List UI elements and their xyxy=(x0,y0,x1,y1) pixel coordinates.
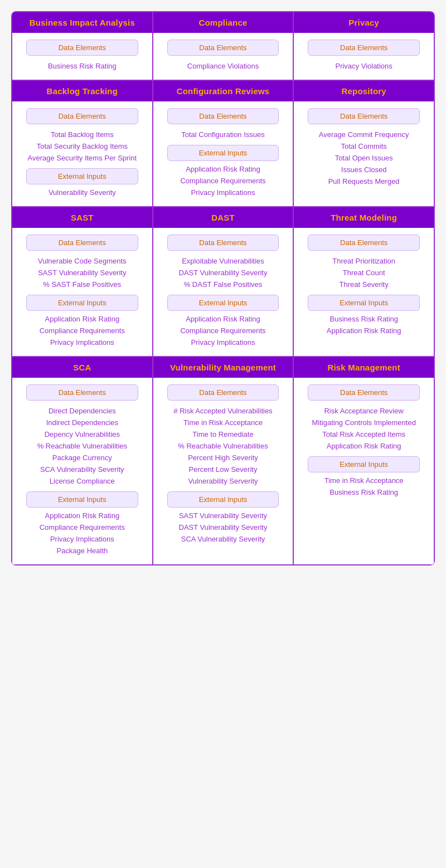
external-inputs-badge: External Inputs xyxy=(26,168,138,184)
list-item: SAST Vulnerability Severity xyxy=(153,510,293,521)
list-item: Threat Count xyxy=(294,267,434,279)
list-item: Application Risk Rating xyxy=(294,440,434,452)
list-item: Privacy Implications xyxy=(153,187,293,198)
cell-configuration-reviews: Configuration ReviewsData ElementsTotal … xyxy=(153,80,294,207)
list-item: Threat Prioritization xyxy=(294,255,434,267)
list-item: Time to Remediate xyxy=(153,428,293,440)
list-item: Total Security Backlog Items xyxy=(12,140,152,152)
list-item: SCA Vulnerability Severity xyxy=(153,533,293,545)
list-item: Application Risk Rating xyxy=(12,510,152,521)
list-item: Percent High Severity xyxy=(153,452,293,464)
cell-dast: DASTData ElementsExploitable Vulnerabili… xyxy=(153,207,294,357)
list-item: License Compliance xyxy=(12,475,152,487)
list-item: DAST Vulnerability Severity xyxy=(153,521,293,533)
external-inputs-badge: External Inputs xyxy=(308,456,420,472)
header-compliance: Compliance xyxy=(153,12,293,33)
list-item: % Reachable Vulnerabilities xyxy=(12,440,152,452)
data-elements-badge: Data Elements xyxy=(26,384,138,401)
list-item: Compliance Requirements xyxy=(153,175,293,187)
external-inputs-badge: External Inputs xyxy=(308,295,420,311)
list-item: Direct Dependencies xyxy=(12,405,152,417)
list-item: Total Risk Accepted Items xyxy=(294,428,434,440)
list-item: Indirect Dependencies xyxy=(12,417,152,428)
list-item: Business Risk Rating xyxy=(294,313,434,325)
data-elements-badge: Data Elements xyxy=(167,384,279,401)
header-business-impact-analysis: Business Impact Analysis xyxy=(12,12,152,33)
list-item: % Reachable Vulnerabilities xyxy=(153,440,293,452)
list-item: Application Risk Rating xyxy=(153,313,293,325)
list-item: Compliance Violations xyxy=(153,60,293,72)
list-item: Percent Low Severity xyxy=(153,464,293,475)
list-item: Application Risk Rating xyxy=(294,325,434,337)
cell-sca: SCAData ElementsDirect DependenciesIndir… xyxy=(12,357,153,565)
list-item: % SAST False Positives xyxy=(12,279,152,290)
list-item: Issues Closed xyxy=(294,164,434,175)
list-item: Package Currency xyxy=(12,452,152,464)
list-item: Vulnerability Severity xyxy=(12,187,152,198)
list-item: SCA Vulnerability Severity xyxy=(12,464,152,475)
data-elements-badge: Data Elements xyxy=(167,108,279,124)
list-item: # Risk Accepted Vulnerabilities xyxy=(153,405,293,417)
cell-threat-modeling: Threat ModelingData ElementsThreat Prior… xyxy=(293,207,434,357)
external-inputs-badge: External Inputs xyxy=(167,491,279,508)
cell-privacy: PrivacyData ElementsPrivacy Violations xyxy=(293,12,434,80)
header-risk-management: Risk Management xyxy=(294,357,434,378)
list-item: Compliance Requirements xyxy=(12,521,152,533)
list-item: Privacy Implications xyxy=(12,533,152,545)
list-item: Privacy Violations xyxy=(294,60,434,72)
data-elements-badge: Data Elements xyxy=(308,235,420,251)
list-item: Total Open Issues xyxy=(294,152,434,164)
list-item: Privacy Implications xyxy=(12,337,152,348)
header-vulnerability-management: Vulnerability Management xyxy=(153,357,293,378)
list-item: Business Risk Rating xyxy=(294,486,434,498)
cell-backlog-tracking: Backlog TrackingData ElementsTotal Backl… xyxy=(12,80,153,207)
cell-vulnerability-management: Vulnerability ManagementData Elements# R… xyxy=(153,357,294,565)
header-configuration-reviews: Configuration Reviews xyxy=(153,81,293,101)
list-item: Compliance Requirements xyxy=(153,325,293,337)
header-threat-modeling: Threat Modeling xyxy=(294,207,434,228)
data-elements-badge: Data Elements xyxy=(167,235,279,251)
header-privacy: Privacy xyxy=(294,12,434,33)
list-item: DAST Vulnerability Severity xyxy=(153,267,293,279)
list-item: Vulnerable Code Segments xyxy=(12,255,152,267)
cell-business-impact-analysis: Business Impact AnalysisData ElementsBus… xyxy=(12,12,153,80)
header-backlog-tracking: Backlog Tracking xyxy=(12,81,152,101)
list-item: Risk Acceptance Review xyxy=(294,405,434,417)
list-item: Time in Risk Acceptance xyxy=(294,475,434,486)
external-inputs-badge: External Inputs xyxy=(167,145,279,161)
data-elements-badge: Data Elements xyxy=(167,40,279,56)
header-sca: SCA xyxy=(12,357,152,378)
cell-risk-management: Risk ManagementData ElementsRisk Accepta… xyxy=(293,357,434,565)
list-item: % DAST False Positives xyxy=(153,279,293,290)
list-item: Total Commits xyxy=(294,140,434,152)
data-elements-badge: Data Elements xyxy=(26,235,138,251)
data-elements-badge: Data Elements xyxy=(308,40,420,56)
list-item: Depency Vulnerabilities xyxy=(12,428,152,440)
list-item: Total Backlog Items xyxy=(12,129,152,140)
main-grid: Business Impact AnalysisData ElementsBus… xyxy=(11,11,435,565)
data-elements-badge: Data Elements xyxy=(26,40,138,56)
list-item: Pull Requests Merged xyxy=(294,175,434,187)
list-item: Average Security Items Per Sprint xyxy=(12,152,152,164)
list-item: SAST Vulnerability Severity xyxy=(12,267,152,279)
cell-sast: SASTData ElementsVulnerable Code Segment… xyxy=(12,207,153,357)
list-item: Application Risk Rating xyxy=(12,313,152,325)
data-elements-badge: Data Elements xyxy=(308,108,420,124)
list-item: Application Risk Rating xyxy=(153,163,293,175)
list-item: Privacy Implications xyxy=(153,337,293,348)
list-item: Business Risk Rating xyxy=(12,60,152,72)
cell-compliance: ComplianceData ElementsCompliance Violat… xyxy=(153,12,294,80)
header-sast: SAST xyxy=(12,207,152,228)
external-inputs-badge: External Inputs xyxy=(26,491,138,508)
list-item: Threat Severity xyxy=(294,279,434,290)
cell-repository: RepositoryData ElementsAverage Commit Fr… xyxy=(293,80,434,207)
list-item: Average Commit Frequency xyxy=(294,129,434,140)
external-inputs-badge: External Inputs xyxy=(167,295,279,311)
data-elements-badge: Data Elements xyxy=(308,384,420,401)
list-item: Mitigating Controls Implemented xyxy=(294,417,434,428)
header-repository: Repository xyxy=(294,81,434,101)
list-item: Exploitable Vulnerabilities xyxy=(153,255,293,267)
external-inputs-badge: External Inputs xyxy=(26,295,138,311)
data-elements-badge: Data Elements xyxy=(26,108,138,124)
list-item: Compliance Requirements xyxy=(12,325,152,337)
